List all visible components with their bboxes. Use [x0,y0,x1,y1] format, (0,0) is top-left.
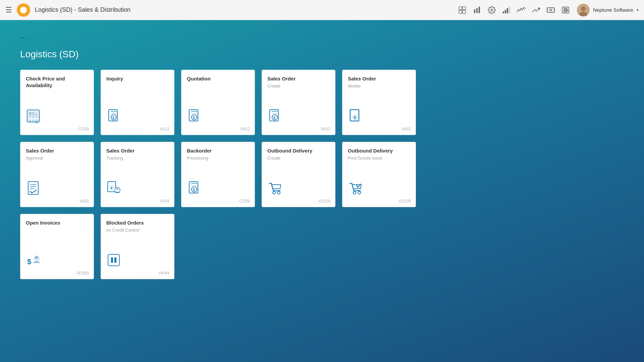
svg-rect-11 [509,6,510,13]
menu-icon[interactable]: ☰ [5,6,12,14]
logo [17,3,30,17]
svg-rect-33 [35,119,38,123]
svg-rect-30 [35,116,38,118]
cards-grid: Check Price and Availability CO09 Inquir… [20,70,624,279]
card-code: VA03 [160,199,169,203]
card-subtitle: Tracking [106,156,169,161]
card-sales-order-approval[interactable]: Sales Order Approval VA02 [20,142,94,207]
svg-text:$: $ [27,257,31,266]
svg-rect-0 [459,7,462,10]
toolbar-icons: ATM [458,5,570,15]
svg-point-61 [353,191,356,194]
logo-inner [20,7,27,13]
svg-rect-5 [476,8,478,13]
card-title: Blocked Orders [106,220,169,226]
card-code: VA02 [321,127,330,131]
page-header-title: Logistics (SD) - Sales & Distribution [35,6,458,13]
username-label: Neptune Software [593,7,633,13]
card-icon: $ [348,109,363,125]
card-title: Sales Order [26,147,88,154]
card-icon: $ [106,181,121,197]
card-subtitle: Processing [187,156,249,161]
signal-bars-icon[interactable] [502,5,511,15]
card-title: Inquiry [106,75,169,82]
card-sales-order-tracking[interactable]: Sales Order Tracking $ VA03 [101,142,174,207]
svg-rect-1 [463,7,466,10]
header: ☰ Logistics (SD) - Sales & Distribution [0,0,644,20]
user-menu[interactable]: Neptune Software ▾ [577,4,639,16]
card-title: Sales Order [106,147,169,154]
card-subtitle: Mobile [348,83,410,88]
svg-rect-68 [114,257,116,263]
card-title: Outbound Delivery [267,147,330,154]
card-open-invoices[interactable]: Open Invoices $ VF05N [20,214,94,279]
card-icon [348,181,363,197]
card-subtitle: Create [267,83,330,88]
card-code: CO06 [239,199,250,203]
svg-point-55 [116,188,118,190]
svg-rect-67 [111,257,113,263]
line-chart-icon[interactable] [531,5,541,15]
atm-icon[interactable]: ATM [561,5,570,15]
settings-wrench-icon[interactable] [487,5,496,15]
card-backorder-processing[interactable]: Backorder Processing $ CO06 [181,142,255,207]
svg-text:$: $ [354,116,356,120]
card-icon: $ [106,109,121,125]
chart-grid-icon[interactable] [458,5,467,15]
bar-chart-icon[interactable] [472,5,482,15]
card-title: Outbound Delivery [348,147,410,154]
card-code: VA22 [240,127,250,131]
svg-text:$: $ [111,186,112,190]
svg-rect-31 [29,119,31,121]
card-title: Open Invoices [26,220,88,226]
card-outbound-delivery-pgi[interactable]: Outbound Delivery Post Goods Issue VL02N [342,142,416,207]
svg-rect-29 [32,116,35,118]
svg-rect-9 [505,10,506,13]
money-icon[interactable] [546,5,555,15]
svg-rect-3 [463,10,466,13]
card-code: VA02 [79,199,89,203]
svg-text:$: $ [193,188,195,192]
svg-rect-2 [459,10,462,13]
card-code: VL02N [398,199,411,203]
svg-point-60 [277,191,280,194]
card-sales-order-create[interactable]: Sales Order Create $ VA02 [262,70,335,135]
card-sales-order-mobile[interactable]: Sales Order Mobile $ VA02 [342,70,416,135]
svg-rect-66 [108,254,119,266]
svg-text:ATM: ATM [565,9,569,11]
svg-point-59 [273,191,275,194]
card-code: VF05N [76,271,89,276]
svg-rect-4 [474,9,475,13]
card-check-price[interactable]: Check Price and Availability CO09 [20,70,94,135]
card-quotation[interactable]: Quotation $ VA22 [181,70,255,135]
card-blocked-orders[interactable]: Blocked Orders on Credit Control VKM4 [101,214,174,279]
page-title: Logistics (SD) [20,49,624,60]
card-title: Check Price and Availability [26,75,88,88]
svg-rect-28 [29,116,31,118]
card-icon: $ [26,253,41,269]
card-inquiry[interactable]: Inquiry $ VA12 [101,70,174,135]
card-icon [106,253,121,269]
svg-rect-10 [507,8,508,13]
card-subtitle: Approval [26,156,88,161]
card-subtitle: Post Goods Issue [348,156,410,161]
card-subtitle: on Credit Control [106,228,169,233]
card-outbound-delivery-create[interactable]: Outbound Delivery Create VL01N [262,142,335,207]
svg-point-24 [581,6,586,11]
card-title: Sales Order [267,75,330,82]
card-title: Sales Order [348,75,410,82]
svg-rect-12 [547,8,554,12]
svg-point-7 [491,9,493,11]
wave-icon[interactable] [517,5,526,15]
card-icon: $ [187,109,202,125]
svg-point-65 [35,256,38,259]
card-icon: $ [187,181,202,197]
svg-rect-32 [32,119,35,121]
card-code: VL01N [318,199,330,203]
back-button[interactable]: ← [20,34,28,42]
card-icon [267,181,282,197]
svg-text:$: $ [112,116,114,120]
avatar [577,4,590,16]
svg-text:$: $ [273,116,275,120]
card-code: VA12 [160,127,169,131]
